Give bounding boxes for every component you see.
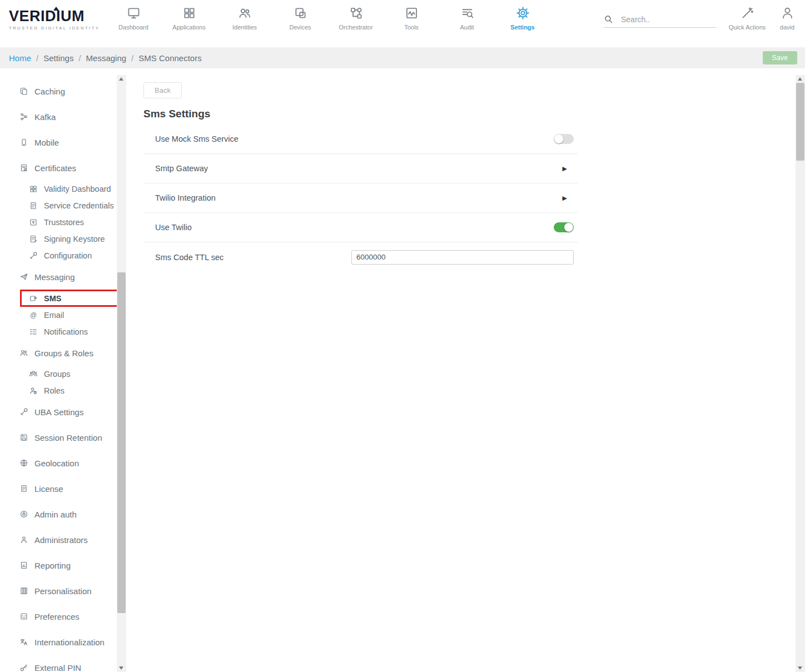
- settings-rows: Use Mock Sms ServiceSmtp Gateway▶Twilio …: [143, 125, 578, 272]
- breadcrumb-item-messaging[interactable]: Messaging: [86, 53, 127, 63]
- configuration-icon: [29, 251, 38, 260]
- roles-icon: [29, 386, 38, 395]
- sidebar-item-label: Service Credentials: [44, 201, 114, 210]
- user-name-label: david: [780, 24, 794, 31]
- nav-item-dashboard[interactable]: Dashboard: [106, 6, 161, 31]
- scroll-up-arrow-icon[interactable]: [796, 75, 805, 83]
- sidebar-scrollbar-thumb[interactable]: [117, 272, 126, 613]
- service-credentials-icon: [29, 201, 38, 210]
- sidebar-item-admin-auth[interactable]: Admin auth: [8, 501, 117, 527]
- nav-item-label: Applications: [172, 24, 205, 31]
- sidebar-item-preferences[interactable]: Preferences: [8, 604, 117, 629]
- save-button[interactable]: Save: [763, 51, 798, 64]
- use-twilio-toggle[interactable]: [554, 222, 574, 232]
- setting-row-use-mock-sms-service: Use Mock Sms Service: [143, 125, 578, 154]
- sidebar-item-reporting[interactable]: Reporting: [8, 552, 117, 578]
- sidebar-item-kafka[interactable]: Kafka: [8, 104, 117, 130]
- setting-label: Twilio Integration: [155, 193, 216, 202]
- scroll-up-arrow-icon[interactable]: [117, 75, 126, 83]
- settings-icon: [516, 6, 530, 20]
- nav-item-tools[interactable]: Tools: [384, 6, 439, 31]
- truststores-icon: [29, 218, 38, 227]
- user-menu[interactable]: david: [773, 6, 802, 31]
- reporting-icon: [19, 561, 28, 570]
- sidebar-item-service-credentials[interactable]: Service Credentials: [8, 197, 117, 214]
- sidebar-item-uba-settings[interactable]: UBA Settings: [8, 399, 117, 425]
- sidebar-item-roles[interactable]: Roles: [8, 382, 117, 399]
- page-scrollbar[interactable]: [796, 75, 805, 672]
- license-icon: [19, 484, 28, 493]
- mobile-icon: [19, 138, 28, 147]
- sidebar-item-label: UBA Settings: [34, 407, 83, 417]
- sidebar-item-license[interactable]: License: [8, 476, 117, 501]
- setting-row-smtp-gateway: Smtp Gateway▶: [143, 154, 578, 183]
- breadcrumb-item-settings[interactable]: Settings: [43, 53, 73, 63]
- sidebar-item-caching[interactable]: Caching: [8, 78, 117, 104]
- breadcrumb-bar: Home/Settings/Messaging/SMS Connectors S…: [0, 47, 805, 68]
- page: VERIDIUM TRUSTED DIGITAL IDENTITY Dashbo…: [0, 0, 805, 672]
- quick-actions-icon: [741, 6, 754, 20]
- sidebar-item-geolocation[interactable]: Geolocation: [8, 450, 117, 476]
- sidebar-item-sms[interactable]: SMS: [20, 290, 117, 307]
- expand-arrow-icon[interactable]: ▶: [563, 195, 567, 202]
- use-mock-sms-service-toggle[interactable]: [554, 134, 574, 144]
- sidebar-item-notifications[interactable]: Notifications: [8, 323, 117, 340]
- sidebar-item-label: Reporting: [34, 561, 71, 570]
- sms-icon: [29, 294, 38, 303]
- brand-tagline: TRUSTED DIGITAL IDENTITY: [9, 26, 100, 31]
- sidebar-item-internationalization[interactable]: Internationalization: [8, 629, 117, 655]
- brand-logo[interactable]: VERIDIUM TRUSTED DIGITAL IDENTITY: [9, 9, 100, 31]
- sidebar-item-label: Groups & Roles: [34, 349, 93, 358]
- sidebar-item-label: Internationalization: [34, 638, 105, 647]
- page-scrollbar-thumb[interactable]: [796, 83, 804, 161]
- sidebar-item-label: Session Retention: [34, 433, 102, 442]
- sidebar-item-validity-dashboard[interactable]: Validity Dashboard: [8, 181, 117, 197]
- sidebar-item-groups-roles[interactable]: Groups & Roles: [8, 340, 117, 366]
- nav-item-applications[interactable]: Applications: [161, 6, 217, 31]
- nav-item-devices[interactable]: Devices: [272, 6, 328, 31]
- nav-item-settings[interactable]: Settings: [495, 6, 550, 31]
- sidebar-item-truststores[interactable]: Truststores: [8, 214, 117, 231]
- nav-item-audit[interactable]: Audit: [439, 6, 495, 31]
- sidebar-item-personalisation[interactable]: Personalisation: [8, 578, 117, 604]
- expand-arrow-icon[interactable]: ▶: [563, 165, 567, 172]
- breadcrumb-separator: /: [36, 53, 38, 63]
- sidebar-item-administrators[interactable]: Administrators: [8, 527, 117, 552]
- nav-item-label: Devices: [289, 24, 311, 31]
- external-pin-icon: [19, 663, 28, 672]
- sidebar-item-certificates[interactable]: Certificates: [8, 155, 117, 181]
- breadcrumb-separator: /: [78, 53, 81, 63]
- sidebar-item-label: Personalisation: [34, 586, 92, 596]
- nav-item-orchestrator[interactable]: Orchestrator: [328, 6, 384, 31]
- sidebar-item-email[interactable]: @Email: [8, 307, 117, 323]
- quick-actions-button[interactable]: Quick Actions: [727, 6, 767, 31]
- sidebar-item-groups[interactable]: Groups: [8, 366, 117, 382]
- devices-icon: [294, 6, 307, 20]
- admin-auth-icon: [19, 510, 28, 519]
- sidebar-item-label: Messaging: [34, 272, 75, 282]
- scroll-down-arrow-icon[interactable]: [117, 664, 126, 672]
- sidebar-item-messaging[interactable]: Messaging: [8, 264, 117, 290]
- personalisation-icon: [19, 586, 28, 595]
- main-content: Back Sms Settings Use Mock Sms ServiceSm…: [136, 75, 796, 672]
- sidebar-item-external-pin[interactable]: External PIN: [8, 655, 117, 672]
- sidebar-item-label: Administrators: [34, 535, 88, 545]
- top-navigation: VERIDIUM TRUSTED DIGITAL IDENTITY Dashbo…: [0, 0, 805, 47]
- sms-code-ttl-sec-input[interactable]: [351, 250, 574, 265]
- scroll-down-arrow-icon[interactable]: [796, 664, 805, 672]
- back-button[interactable]: Back: [143, 82, 182, 98]
- sidebar-item-configuration[interactable]: Configuration: [8, 247, 117, 264]
- search-input[interactable]: [621, 15, 710, 24]
- breadcrumb-separator: /: [131, 53, 133, 63]
- sidebar-item-signing-keystore[interactable]: Signing Keystore: [8, 231, 117, 247]
- sidebar-item-session-retention[interactable]: Session Retention: [8, 425, 117, 450]
- caching-icon: [19, 87, 28, 96]
- sidebar-item-label: Email: [44, 311, 64, 320]
- sidebar-scrollbar[interactable]: [117, 75, 126, 672]
- tools-icon: [405, 6, 419, 20]
- sidebar-item-mobile[interactable]: Mobile: [8, 130, 117, 155]
- breadcrumb-item-home[interactable]: Home: [9, 53, 31, 63]
- audit-icon: [460, 6, 474, 20]
- nav-item-identities[interactable]: Identities: [217, 6, 272, 31]
- sidebar-item-label: License: [34, 484, 63, 494]
